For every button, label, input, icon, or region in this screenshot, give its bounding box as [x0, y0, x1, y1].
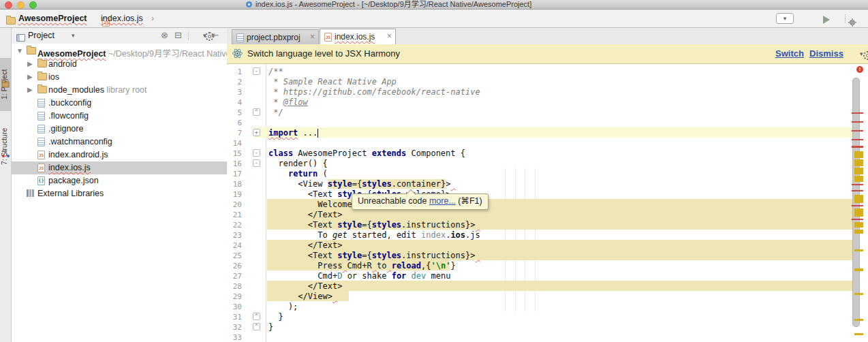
gear-icon[interactable]: [863, 51, 868, 60]
switch-link[interactable]: Switch: [775, 48, 804, 59]
error-stripe-mark[interactable]: [852, 146, 863, 148]
code-editor[interactable]: 1-/**2 * Sample React Native App3 * http…: [227, 64, 868, 342]
close-icon[interactable]: ×: [310, 32, 315, 42]
code-line-32[interactable]: 32^}: [227, 322, 868, 332]
fold-marker-icon[interactable]: ^: [253, 313, 260, 320]
project-view-dropdown[interactable]: Project: [28, 31, 55, 40]
fold-marker-icon[interactable]: ^: [253, 323, 260, 330]
code-line-17[interactable]: 17 return (: [227, 168, 868, 178]
error-stripe-mark[interactable]: [852, 112, 863, 114]
warning-stripe-mark[interactable]: [854, 159, 863, 166]
breadcrumb-file[interactable]: index.ios.js: [101, 14, 143, 23]
code-line-31[interactable]: 31^ }: [227, 311, 868, 322]
chevron-collapsed-icon[interactable]: ▶: [27, 73, 33, 80]
fold-marker-icon[interactable]: ^: [253, 108, 260, 116]
warning-stripe-mark[interactable]: [854, 222, 863, 228]
code-line-5[interactable]: 5^ */: [227, 107, 868, 117]
code-line-25[interactable]: 25 <Text style={styles.instructions}>: [227, 250, 868, 260]
code-line-7[interactable]: 7+import ...: [227, 127, 868, 138]
tree-item-label: node_modules: [48, 85, 104, 95]
code-line-1[interactable]: 1-/**: [227, 66, 868, 76]
warning-stripe-mark[interactable]: [854, 319, 863, 321]
tab-project-pbxproj[interactable]: project.pbxproj ×: [232, 29, 319, 44]
chevron-collapsed-icon[interactable]: ▶: [27, 60, 33, 67]
tree-item--buckconfig[interactable]: .buckconfig: [12, 97, 227, 110]
fold-marker-icon[interactable]: -: [253, 149, 260, 157]
warning-stripe-mark[interactable]: [854, 293, 863, 295]
error-stripe-mark[interactable]: [852, 139, 863, 140]
code-line-23[interactable]: 23 To get started, edit index.ios.js: [227, 230, 868, 240]
breadcrumb-project[interactable]: AwesomeProject: [18, 14, 87, 23]
code-line-18[interactable]: 18 <View style={styles.container}>: [227, 178, 868, 189]
code-line-33[interactable]: 33: [227, 332, 868, 342]
tree-item--watchmanconfig[interactable]: .watchmanconfig: [12, 136, 227, 149]
warning-stripe-mark[interactable]: [854, 249, 863, 251]
tree-item-package-json[interactable]: package.json: [12, 174, 227, 187]
error-stripe-mark[interactable]: [852, 190, 863, 191]
run-config-dropdown[interactable]: ▾: [776, 13, 794, 24]
tree-item-label: ios: [48, 72, 59, 82]
warning-stripe-mark[interactable]: [854, 333, 863, 335]
code-line-19[interactable]: 19 <Text style={styles.welcome}>: [227, 189, 868, 199]
locate-file-icon[interactable]: ⊗: [161, 30, 168, 40]
code-line-20[interactable]: 20 Welcome to React Native!: [227, 199, 868, 209]
tab-index-ios-js[interactable]: index.ios.js ×: [320, 29, 396, 45]
error-stripe-mark[interactable]: [852, 184, 863, 185]
tree-item-node-modules[interactable]: ▶node_modules library root: [12, 84, 227, 97]
code-line-27[interactable]: 27 Cmd+D or shake for dev menu: [227, 270, 868, 281]
tree-item-AwesomeProject[interactable]: ▼AwesomeProject ~/Desktop/9月学习/React Nat…: [12, 45, 227, 58]
code-line-21[interactable]: 21 </Text>: [227, 209, 868, 219]
error-stripe-mark[interactable]: [852, 121, 863, 123]
chevron-collapsed-icon[interactable]: ▶: [27, 86, 33, 93]
code-line-3[interactable]: 3 * https://github.com/facebook/react-na…: [227, 87, 868, 97]
error-stripe-mark[interactable]: [852, 130, 863, 131]
tree-item-index-ios-js[interactable]: index.ios.js: [12, 161, 227, 174]
tree-item-ios[interactable]: ▶ios: [12, 71, 227, 84]
warning-stripe-mark[interactable]: [854, 176, 863, 182]
minimize-window-button[interactable]: [17, 1, 25, 9]
text-cursor: [317, 129, 318, 138]
tooltip-more-link[interactable]: more...: [429, 196, 456, 206]
error-stripe-mark[interactable]: [852, 205, 863, 206]
tree-item--flowconfig[interactable]: .flowconfig: [12, 110, 227, 123]
code-line-26[interactable]: 26 Press Cmd+R to reload,{'\n'}: [227, 260, 868, 270]
fold-marker-icon[interactable]: +: [253, 129, 260, 136]
code-line-29[interactable]: 29 </View>: [227, 291, 868, 301]
tree-item-External-Libraries[interactable]: External Libraries: [12, 187, 227, 200]
code-text: class AwesomeProject extends Component {: [268, 149, 465, 158]
code-line-24[interactable]: 24 </Text>: [227, 240, 868, 250]
chevron-expanded-icon[interactable]: ▼: [16, 47, 23, 55]
code-text: }: [268, 312, 283, 322]
code-line-22[interactable]: 22 <Text style={styles.instructions}>: [227, 219, 868, 230]
error-stripe-mark[interactable]: [852, 219, 863, 220]
warning-stripe-mark[interactable]: [854, 195, 863, 203]
code-line-30[interactable]: 30 );: [227, 301, 868, 311]
fold-marker-icon[interactable]: -: [253, 159, 260, 167]
fold-marker-icon[interactable]: -: [253, 67, 260, 75]
code-line-2[interactable]: 2 * Sample React Native App: [227, 76, 868, 87]
warning-stripe-mark[interactable]: [854, 168, 863, 174]
warning-stripe-mark[interactable]: [854, 151, 863, 158]
code-line-15[interactable]: 15-class AwesomeProject extends Componen…: [227, 148, 868, 158]
collapse-all-icon[interactable]: ⊟: [174, 30, 182, 40]
warning-stripe-mark[interactable]: [854, 230, 863, 234]
code-line-6[interactable]: 6: [227, 117, 868, 127]
close-icon[interactable]: ×: [387, 31, 392, 41]
code-line-4[interactable]: 4 * @flow: [227, 97, 868, 107]
code-line-14[interactable]: 14: [227, 138, 868, 148]
zoom-window-button[interactable]: [29, 1, 37, 9]
tree-item--gitignore[interactable]: .gitignore: [12, 123, 227, 136]
code-line-28[interactable]: 28 </Text>: [227, 281, 868, 291]
tree-item-android[interactable]: ▶android: [12, 58, 227, 71]
debug-icon[interactable]: [850, 20, 855, 25]
warning-stripe-mark[interactable]: [854, 208, 863, 217]
warning-stripe-mark[interactable]: [854, 268, 863, 271]
tree-item-index-android-js[interactable]: index.android.js: [12, 149, 227, 161]
sidebar-tab-structure[interactable]: 7: Structure: [0, 112, 11, 181]
dismiss-link[interactable]: Dismiss: [809, 48, 843, 59]
run-icon[interactable]: [823, 16, 830, 24]
close-window-button[interactable]: [5, 1, 12, 9]
hide-panel-icon[interactable]: ⇤: [211, 30, 219, 40]
error-indicator[interactable]: !: [856, 66, 863, 73]
code-line-16[interactable]: 16- render() {: [227, 158, 868, 168]
